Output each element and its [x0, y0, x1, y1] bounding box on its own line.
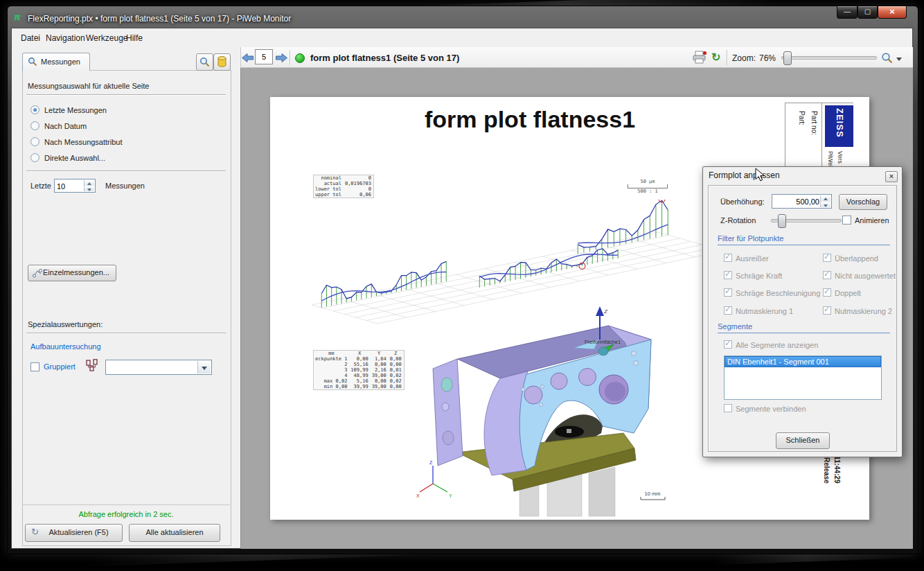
tab-messungen-label: Messungen	[41, 58, 80, 66]
zoom-label: Zoom:	[732, 53, 756, 63]
radio-direkte-auswahl[interactable]	[30, 153, 39, 162]
cell: min 0,00	[314, 384, 350, 390]
alle-segmente-checkbox	[724, 340, 732, 349]
page-number-value[interactable]	[256, 50, 272, 64]
schliessen-button[interactable]: Schließen	[776, 432, 830, 449]
radio-nach-messungsattribut-label: Nach Messungsattribut	[44, 138, 123, 146]
dropdown-button[interactable]	[197, 361, 211, 374]
segment-list-item[interactable]: DIN Ebenheit1 - Segment 001	[725, 356, 881, 367]
print-icon[interactable]	[692, 51, 707, 64]
release-label: Release	[823, 457, 830, 484]
stats-table: nominal0 actual0,0196703 lower tol0 uppe…	[313, 175, 374, 198]
menu-datei[interactable]: Datei	[17, 31, 44, 45]
magnifier-icon[interactable]	[881, 52, 893, 64]
stat-label: lower tol	[314, 186, 344, 192]
svg-text:Freiformfläche1: Freiformfläche1	[585, 339, 621, 345]
stat-value: 0	[344, 186, 373, 192]
points-table: mm X Y Z eckpunkte 10,001,840,00 255,160…	[313, 350, 405, 390]
spin-down-icon[interactable]	[821, 202, 830, 208]
stat-label: upper tol	[314, 192, 344, 198]
zoom-menu-caret-icon[interactable]	[896, 58, 902, 61]
spin-up-icon[interactable]	[821, 195, 830, 202]
cell: 0,00	[371, 362, 389, 367]
cell: 0,00	[371, 378, 389, 384]
cell: 0,00	[389, 356, 404, 362]
spinner-buttons[interactable]	[820, 195, 830, 207]
cell: 0,02	[389, 378, 404, 384]
ueberhoehung-spinner[interactable]	[772, 194, 832, 209]
zoom-slider-thumb[interactable]	[783, 51, 792, 65]
document-title: form plot flatness1 (Seite 5 von 17)	[310, 53, 459, 63]
part-no-label: Part no:	[810, 111, 818, 135]
plot-scale-top: 50 µm	[623, 179, 672, 184]
spin-up-icon[interactable]	[85, 180, 94, 186]
stat-value: 0,0196703	[344, 181, 373, 186]
part-label: Part:	[798, 111, 806, 125]
page-back-icon[interactable]	[242, 53, 254, 62]
page-number-input[interactable]	[255, 49, 273, 64]
ueberlappend-checkbox	[823, 254, 831, 262]
search-icon	[28, 57, 37, 67]
svg-text:10 mm: 10 mm	[645, 491, 661, 497]
einzelmessungen-button[interactable]: Einzelmessungen...	[28, 265, 116, 281]
group-title: Messungsauswahl für aktuelle Seite	[28, 82, 149, 90]
tab-messungen[interactable]: Messungen	[22, 53, 90, 71]
zoom-slider-track[interactable]	[781, 56, 877, 60]
cell: 0,00	[389, 362, 404, 367]
cell: 39,00	[371, 384, 389, 390]
divider	[26, 94, 226, 96]
radio-letzte-messungen-label: Letzte Messungen	[44, 106, 107, 114]
minimize-button[interactable]: —	[837, 6, 858, 19]
cad-model: Z Z X Y Freiformfläche1 10 mm	[416, 305, 700, 520]
page-forward-icon[interactable]	[276, 53, 287, 62]
zoom-value: 76%	[759, 53, 776, 63]
gruppiert-checkbox[interactable]	[30, 362, 39, 371]
svg-text:Z: Z	[429, 460, 433, 465]
aufbauuntersuchung-link[interactable]: Aufbauuntersuchung	[30, 342, 101, 351]
schliessen-label: Schließen	[786, 436, 820, 444]
schraege-beschleunigung-label: Schräge Beschleunigung	[736, 289, 820, 297]
zeiss-logo: ZEISS	[825, 105, 853, 147]
segments-listbox[interactable]: DIN Ebenheit1 - Segment 001	[724, 355, 882, 400]
zrotation-slider-thumb[interactable]	[778, 214, 786, 228]
doppelt-label: Doppelt	[835, 289, 861, 297]
doppelt-checkbox	[823, 288, 831, 297]
svg-text:Y: Y	[449, 493, 452, 498]
gruppiert-dropdown[interactable]	[105, 360, 212, 375]
close-button[interactable]: ×	[878, 6, 907, 19]
strip-divider	[785, 103, 853, 103]
alle-aktualisieren-button[interactable]: Alle aktualisieren	[129, 524, 220, 542]
maximize-button[interactable]: ▢	[858, 6, 878, 19]
report-title: form plot flatness1	[374, 106, 686, 133]
plot-scale: 50 µm 500 : 1	[623, 179, 672, 194]
stat-label: actual	[314, 181, 344, 186]
radio-nach-datum[interactable]	[30, 121, 39, 130]
aktualisieren-button[interactable]: ↻ Aktualisieren (F5)	[25, 524, 123, 542]
cell: 5,16	[349, 378, 370, 384]
cell: 2,16	[371, 367, 389, 373]
animieren-checkbox[interactable]	[842, 216, 851, 225]
alle-segmente-label: Alle Segmente anzeigen	[736, 341, 818, 349]
hierarchy-icon	[86, 359, 98, 371]
col-header: Z	[389, 351, 404, 357]
nutmaskierung2-label: Nutmaskierung 2	[835, 307, 892, 315]
divider	[26, 170, 226, 172]
vorschlag-button[interactable]: Vorschlag	[839, 194, 887, 210]
cell: 0,02	[389, 373, 404, 378]
dialog-title: Formplot anpassen	[709, 170, 780, 180]
refresh-page-icon[interactable]: ↻	[711, 51, 723, 63]
aktualisieren-label: Aktualisieren (F5)	[48, 528, 108, 536]
piweb-version-line2: Vers	[837, 151, 844, 164]
ausreisser-label: Ausreißer	[736, 254, 769, 263]
search-tool-button[interactable]	[196, 53, 213, 71]
radio-nach-messungsattribut[interactable]	[30, 137, 39, 146]
spin-down-icon[interactable]	[85, 186, 94, 191]
dialog-close-button[interactable]: ×	[885, 171, 898, 182]
database-tool-button[interactable]	[213, 53, 231, 71]
letzte-count-spinner[interactable]	[54, 179, 96, 193]
spinner-buttons[interactable]	[84, 180, 94, 191]
segmente-verbinden-label: Segmente verbinden	[736, 405, 806, 413]
menu-hilfe[interactable]: Hilfe	[122, 31, 147, 45]
ueberlappend-label: Überlappend	[835, 254, 878, 263]
radio-letzte-messungen[interactable]	[30, 105, 39, 114]
